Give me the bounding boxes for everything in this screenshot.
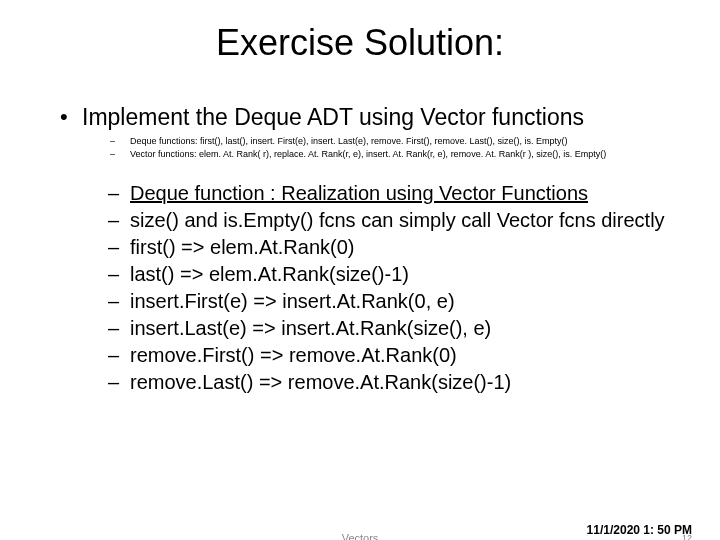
mapping-item: remove.First() => remove.At.Rank(0) (60, 342, 680, 369)
mapping-item: last() => elem.At.Rank(size()-1) (60, 261, 680, 288)
slide: Exercise Solution: Implement the Deque A… (0, 22, 720, 540)
content-area: Implement the Deque ADT using Vector fun… (0, 104, 720, 396)
main-bullet: Implement the Deque ADT using Vector fun… (60, 104, 680, 131)
mapping-header: Deque function : Realization using Vecto… (60, 180, 680, 207)
mapping-item: first() => elem.At.Rank(0) (60, 234, 680, 261)
footer-right: 11/1/2020 1: 50 PM 12 (587, 524, 692, 540)
mapping-item: insert.First(e) => insert.At.Rank(0, e) (60, 288, 680, 315)
mapping-item: remove.Last() => remove.At.Rank(size()-1… (60, 369, 680, 396)
mapping-item: insert.Last(e) => insert.At.Rank(size(),… (60, 315, 680, 342)
footer-date: 11/1/2020 1: 50 PM (587, 523, 692, 537)
sub-small-1: Vector functions: elem. At. Rank( r), re… (60, 148, 680, 161)
footer-page: 12 (682, 533, 692, 540)
spacer (60, 160, 680, 180)
mapping-item: size() and is.Empty() fcns can simply ca… (60, 207, 680, 234)
sub-small-0: Deque functions: first(), last(), insert… (60, 135, 680, 148)
mapping-header-text: Deque function : Realization using Vecto… (130, 182, 588, 204)
slide-title: Exercise Solution: (0, 22, 720, 64)
